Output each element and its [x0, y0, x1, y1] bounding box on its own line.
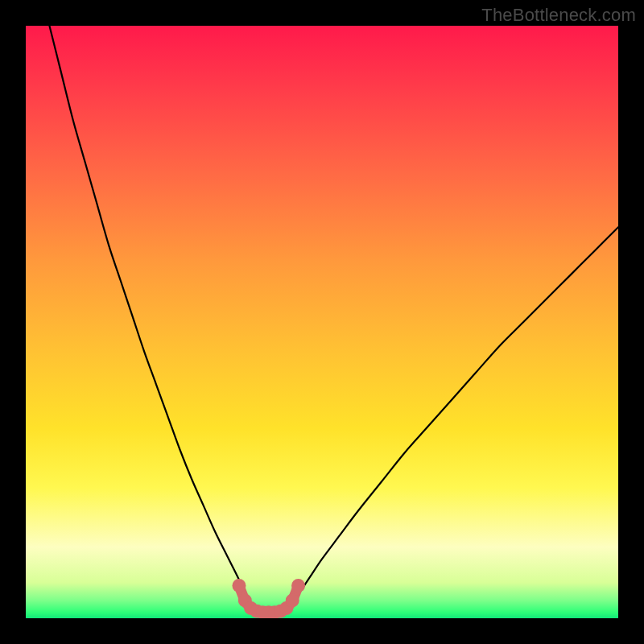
- left-curve: [49, 26, 245, 595]
- watermark-text: TheBottleneck.com: [481, 5, 636, 26]
- trough-marker-dot: [286, 593, 299, 607]
- trough-marker-dots: [232, 579, 305, 618]
- curve-layer: [26, 26, 618, 618]
- trough-marker-dot: [232, 579, 246, 592]
- right-curve: [299, 227, 618, 594]
- plot-area: [26, 26, 618, 618]
- trough-marker-dot: [291, 579, 305, 592]
- outer-frame: TheBottleneck.com: [0, 0, 644, 644]
